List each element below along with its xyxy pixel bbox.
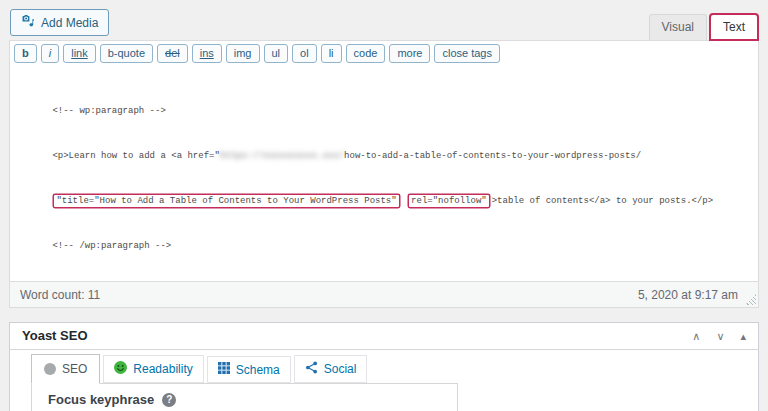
code-line: <p>Learn how to add a <a href="https://x… — [20, 119, 748, 164]
code-segment: rel="nofollow" — [409, 195, 489, 207]
seo-circle-icon — [44, 363, 56, 375]
media-icon — [21, 14, 35, 31]
tab-seo-label: SEO — [62, 362, 87, 376]
code-line: <!-- wp:paragraph --> — [20, 74, 748, 119]
yoast-seo-panel: Focus keyphrase ? — [31, 383, 458, 411]
quicktag-button[interactable]: close tags — [434, 44, 500, 63]
add-media-button[interactable]: Add Media — [10, 9, 109, 36]
text-editor-container: bilinkb-quotedelinsimgulollicodemoreclos… — [9, 40, 759, 308]
last-edited-timestamp: 5, 2020 at 9:17 am — [638, 288, 738, 302]
quicktag-button[interactable]: more — [389, 44, 430, 63]
tab-text[interactable]: Text — [710, 14, 758, 40]
focus-keyphrase-label: Focus keyphrase — [48, 392, 154, 407]
yoast-tabs: SEO Readability — [31, 354, 742, 383]
post-content-textarea[interactable]: <!-- wp:paragraph --> <p>Learn how to ad… — [10, 65, 758, 281]
tab-social[interactable]: Social — [294, 355, 368, 383]
editor-top-bar: Add Media Visual Text — [9, 0, 759, 40]
code-segment: "title="How to Add a Table of Contents t… — [54, 195, 398, 207]
code-line: <!-- /wp:paragraph --> — [20, 209, 748, 254]
tab-readability[interactable]: Readability — [103, 355, 203, 383]
editor-status-bar: Word count: 11 5, 2020 at 9:17 am — [10, 281, 758, 307]
quicktag-button[interactable]: b-quote — [100, 44, 153, 63]
tab-readability-label: Readability — [133, 362, 192, 376]
yoast-metabox-header[interactable]: Yoast SEO ∧ ∨ ▴ — [10, 323, 758, 350]
readability-smiley-icon — [114, 361, 127, 377]
quicktag-button[interactable]: ol — [292, 44, 317, 63]
tab-seo[interactable]: SEO — [31, 354, 100, 384]
code-segment: <!-- wp:paragraph --> — [52, 106, 165, 116]
yoast-title: Yoast SEO — [22, 328, 88, 344]
quicktags-toolbar: bilinkb-quotedelinsimgulollicodemoreclos… — [10, 41, 758, 65]
quicktag-button[interactable]: link — [63, 44, 96, 63]
quicktag-button[interactable]: li — [321, 44, 342, 63]
quicktag-button[interactable]: ul — [264, 44, 289, 63]
quicktag-button[interactable]: ins — [192, 44, 222, 63]
quicktag-button[interactable]: del — [157, 44, 188, 63]
schema-grid-icon — [218, 362, 230, 377]
code-segment: https://xxxxxxxxxx.xxx/ — [220, 151, 344, 161]
quicktag-button[interactable]: i — [41, 44, 59, 63]
yoast-seo-metabox: Yoast SEO ∧ ∨ ▴ SEO Re — [9, 322, 759, 411]
tab-visual[interactable]: Visual — [649, 14, 707, 40]
add-media-label: Add Media — [41, 16, 98, 30]
word-count: Word count: 11 — [20, 288, 100, 302]
tab-social-label: Social — [324, 362, 357, 376]
quicktag-button[interactable]: b — [14, 44, 37, 63]
code-segment: <!-- /wp:paragraph --> — [52, 241, 171, 251]
code-segment: how-to-add-a-table-of-contents-to-your-w… — [344, 151, 641, 161]
tab-schema-label: Schema — [236, 363, 280, 377]
move-up-icon[interactable]: ∧ — [692, 329, 700, 343]
code-segment: <p>Learn how to add a <a href=" — [52, 151, 219, 161]
yoast-metabox-body: SEO Readability — [10, 350, 758, 411]
code-segment — [402, 196, 407, 206]
social-share-icon — [305, 361, 318, 377]
code-line: "title="How to Add a Table of Contents t… — [20, 164, 748, 209]
help-icon[interactable]: ? — [162, 393, 176, 407]
collapse-toggle-icon[interactable]: ▴ — [740, 329, 746, 343]
quicktag-button[interactable]: code — [346, 44, 386, 63]
code-segment: >table of contents</a> to your posts.</p… — [492, 196, 713, 206]
quicktag-button[interactable]: img — [226, 44, 260, 63]
move-down-icon[interactable]: ∨ — [716, 329, 724, 343]
editor-mode-tabs: Visual Text — [649, 14, 758, 40]
tab-schema[interactable]: Schema — [207, 356, 291, 383]
